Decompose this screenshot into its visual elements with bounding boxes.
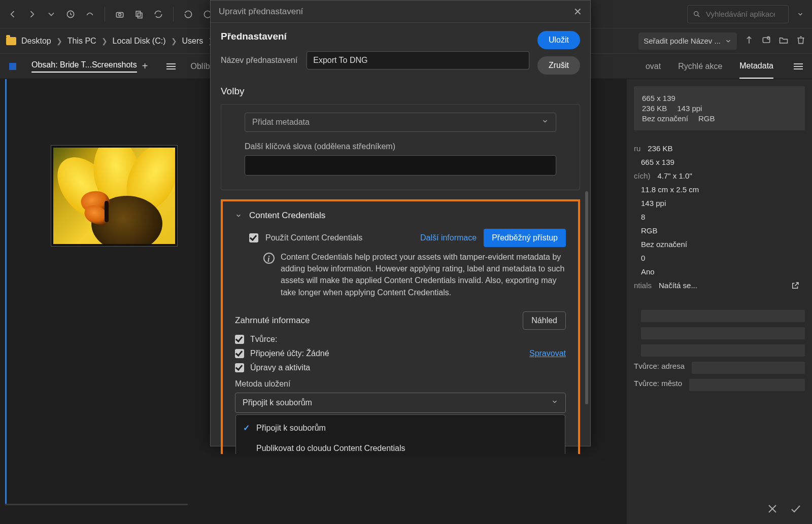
use-cc-label: Použít Content Credentials bbox=[265, 233, 362, 242]
included-info-label: Zahrnuté informace bbox=[235, 316, 310, 326]
save-method-dropdown[interactable]: Připojit k souborům Připojit k souborům … bbox=[235, 393, 566, 413]
cc-description: Content Credentials help protect your as… bbox=[281, 251, 566, 298]
save-option-publish[interactable]: Publikovat do cloudu Content Credentials bbox=[236, 438, 565, 454]
section-preset-heading: Přednastavení bbox=[221, 31, 529, 42]
chevron-down-icon bbox=[551, 398, 558, 407]
add-metadata-dropdown[interactable]: Přidat metadata bbox=[245, 113, 556, 132]
cc-description-row: Content Credentials help protect your as… bbox=[263, 251, 566, 298]
preset-name-label: Název přednastavení bbox=[221, 56, 297, 65]
dialog-titlebar: Upravit přednastavení ✕ bbox=[211, 1, 590, 23]
accounts-checkbox[interactable] bbox=[235, 349, 244, 358]
scrollbar-thumb[interactable] bbox=[585, 191, 588, 404]
chevron-down-icon bbox=[542, 118, 549, 127]
save-option-attach[interactable]: Připojit k souborům bbox=[236, 418, 565, 438]
manage-link[interactable]: Spravovat bbox=[529, 349, 566, 358]
info-icon bbox=[263, 253, 275, 264]
save-button[interactable]: Uložit bbox=[537, 31, 580, 49]
edits-checkbox[interactable] bbox=[235, 363, 244, 372]
options-container: Přidat metadata Další klíčová slova (odd… bbox=[221, 104, 580, 190]
modal-overlay: Upravit přednastavení ✕ Přednastavení Ná… bbox=[0, 0, 812, 524]
preset-name-input[interactable] bbox=[307, 51, 529, 69]
save-method-menu: Připojit k souborům Publikovat do cloudu… bbox=[235, 414, 565, 454]
dialog-body: Volby Přidat metadata Další klíčová slov… bbox=[211, 80, 590, 454]
edits-label: Úpravy a aktivita bbox=[250, 363, 310, 372]
cancel-button[interactable]: Zrušit bbox=[537, 56, 580, 75]
content-credentials-section: Content Credentials Použít Content Crede… bbox=[221, 199, 580, 454]
cc-title: Content Credentials bbox=[249, 211, 325, 221]
edit-preset-dialog: Upravit přednastavení ✕ Přednastavení Ná… bbox=[210, 0, 591, 446]
dialog-header: Přednastavení Název přednastavení Uložit… bbox=[211, 23, 590, 80]
use-cc-checkbox[interactable] bbox=[249, 233, 258, 242]
preview-button[interactable]: Náhled bbox=[523, 311, 566, 330]
keywords-input[interactable] bbox=[245, 155, 556, 176]
add-metadata-label: Přidat metadata bbox=[252, 118, 310, 127]
cc-header[interactable]: Content Credentials bbox=[235, 211, 566, 221]
creator-checkbox[interactable] bbox=[235, 335, 244, 344]
accounts-label: Připojené účty: Žádné bbox=[250, 349, 329, 358]
creator-label: Tvůrce: bbox=[250, 335, 277, 344]
dialog-title: Upravit přednastavení bbox=[219, 7, 303, 17]
save-method-label: Metoda uložení bbox=[235, 379, 566, 389]
early-access-badge: Předběžný přístup bbox=[484, 229, 566, 247]
section-options-heading: Volby bbox=[221, 86, 580, 97]
close-icon[interactable]: ✕ bbox=[573, 6, 582, 18]
chevron-down-icon bbox=[235, 212, 242, 219]
more-info-link[interactable]: Další informace bbox=[420, 233, 477, 242]
save-method-value: Připojit k souborům bbox=[243, 398, 312, 407]
keywords-label: Další klíčová slova (oddělena středníkem… bbox=[245, 142, 556, 151]
